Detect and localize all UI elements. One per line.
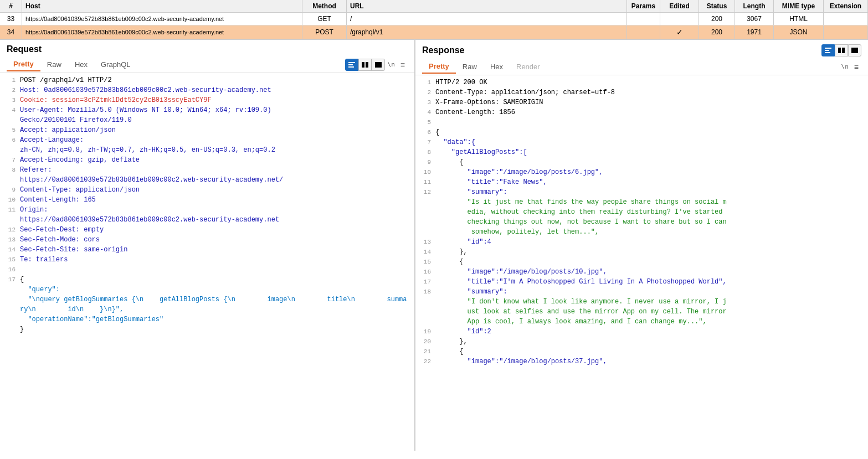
split-view-button[interactable] xyxy=(358,59,372,71)
request-code-area[interactable]: 1POST /graphql/v1 HTTP/22Host: 0ad800610… xyxy=(0,73,414,451)
line-number: 17 xyxy=(415,277,435,287)
col-ext: Extension xyxy=(824,0,868,12)
cell-method: POST xyxy=(302,25,347,39)
response-pane-header: Response xyxy=(415,40,868,59)
tab-raw-response[interactable]: Raw xyxy=(456,60,484,73)
line-content: } xyxy=(20,324,414,334)
line-number: 13 xyxy=(0,235,20,245)
cell-params xyxy=(627,25,660,39)
svg-rect-11 xyxy=(851,48,858,53)
line-content: "operationName":"getBlogSummaries" xyxy=(20,314,414,324)
cell-host: https://0ad80061039e572b83b861eb009c00c2… xyxy=(22,13,302,25)
tab-render-response[interactable]: Render xyxy=(510,60,547,73)
line-content: }, xyxy=(435,247,868,257)
svg-rect-10 xyxy=(842,48,845,53)
line-content: Sec-Fetch-Site: same-origin xyxy=(20,245,414,255)
tab-pretty-request[interactable]: Pretty xyxy=(7,58,40,71)
line-content: Accept-Encoding: gzip, deflate xyxy=(20,155,414,165)
table-header: # Host Method URL Params Edited Status L… xyxy=(0,0,868,13)
line-content: Referer: https://0ad80061039e572b83b861e… xyxy=(20,165,414,185)
col-method: Method xyxy=(302,0,347,12)
line-content: { xyxy=(435,157,868,167)
code-line: 6Accept-Language: zh-CN, zh;q=0.8, zh-TW… xyxy=(0,135,414,155)
cell-length: 1971 xyxy=(735,25,774,39)
col-edited: Edited xyxy=(660,0,699,12)
table-row[interactable]: 34 https://0ad80061039e572b83b861eb009c0… xyxy=(0,25,868,39)
line-number: 14 xyxy=(0,245,20,255)
cell-status: 200 xyxy=(699,25,735,39)
code-line: 7 "data":{ xyxy=(415,137,868,147)
code-line: 8Referer: https://0ad80061039e572b83b861… xyxy=(0,165,414,185)
code-line: 17 "title":"I'm A Photoshopped Girl Livi… xyxy=(415,277,868,287)
code-line: 2Content-Type: application/json; charset… xyxy=(415,87,868,97)
code-line: 5Accept: application/json xyxy=(0,125,414,135)
svg-rect-3 xyxy=(362,62,364,68)
cell-host: https://0ad80061039e572b83b861eb009c00c2… xyxy=(22,25,302,39)
line-number: 5 xyxy=(0,125,20,135)
code-line: 1POST /graphql/v1 HTTP/2 xyxy=(0,75,414,85)
code-line: 8 "getAllBlogPosts":[ xyxy=(415,147,868,157)
line-number xyxy=(0,285,20,285)
response-code-area[interactable]: 1HTTP/2 200 OK2Content-Type: application… xyxy=(415,75,868,451)
code-line: "Is it just me that finds the way people… xyxy=(415,197,868,237)
cell-ext xyxy=(824,13,868,25)
line-content: "summary": xyxy=(435,187,868,197)
tab-raw-request[interactable]: Raw xyxy=(40,58,68,71)
code-line: 19 "id":2 xyxy=(415,327,868,337)
line-content: Accept: application/json xyxy=(20,125,414,135)
table-row[interactable]: 33 https://0ad80061039e572b83b861eb009c0… xyxy=(0,13,868,25)
col-url: URL xyxy=(347,0,627,12)
line-content: Accept-Language: zh-CN, zh;q=0.8, zh-TW;… xyxy=(20,135,414,155)
line-content: "\nquery getBlogSummaries {\n getAllBlog… xyxy=(20,295,414,314)
wrap-view-button[interactable] xyxy=(345,59,358,71)
code-line: "query": xyxy=(0,285,414,295)
line-content: Content-Type: application/json xyxy=(20,185,414,195)
line-number xyxy=(0,324,20,325)
line-number: 3 xyxy=(415,97,435,107)
line-content: User-Agent: Mozilla/5.0 (Windows NT 10.0… xyxy=(20,105,414,125)
code-line: 15Te: trailers xyxy=(0,255,414,265)
line-number: 9 xyxy=(0,185,20,195)
line-content: "title":"Fake News", xyxy=(435,177,868,187)
tab-pretty-response[interactable]: Pretty xyxy=(422,60,456,74)
menu-button-request[interactable]: ≡ xyxy=(398,59,408,70)
raw-view-button[interactable] xyxy=(372,59,385,71)
line-number: 15 xyxy=(415,257,435,267)
cell-length: 3067 xyxy=(735,13,774,25)
tab-hex-request[interactable]: Hex xyxy=(68,58,94,71)
newline-button-response[interactable]: \n xyxy=(839,62,851,71)
response-tabs-bar: Pretty Raw Hex Render \n ≡ xyxy=(415,59,868,75)
tab-graphql-request[interactable]: GraphQL xyxy=(94,58,137,71)
code-line: 10Content-Length: 165 xyxy=(0,195,414,205)
line-number: 6 xyxy=(0,135,20,145)
response-raw-button[interactable] xyxy=(848,44,861,56)
line-number: 15 xyxy=(0,255,20,265)
line-number: 17 xyxy=(0,275,20,285)
line-number: 10 xyxy=(415,167,435,177)
line-content: Sec-Fetch-Dest: empty xyxy=(20,225,414,235)
col-length: Length xyxy=(735,0,774,12)
response-split-button[interactable] xyxy=(835,44,848,56)
svg-rect-7 xyxy=(825,50,829,51)
menu-button-response[interactable]: ≡ xyxy=(851,61,861,73)
newline-button-request[interactable]: \n xyxy=(385,60,398,69)
code-line: 20 }, xyxy=(415,337,868,347)
code-line: 4User-Agent: Mozilla/5.0 (Windows NT 10.… xyxy=(0,105,414,125)
tab-hex-response[interactable]: Hex xyxy=(484,60,510,73)
request-tabs-bar: Pretty Raw Hex GraphQL xyxy=(0,56,414,73)
code-line: 3Cookie: session=3cPZtmklDdt52cy2cB0i3ss… xyxy=(0,95,414,105)
code-line: 4Content-Length: 1856 xyxy=(415,107,868,117)
col-params: Params xyxy=(627,0,660,12)
line-content: X-Frame-Options: SAMEORIGIN xyxy=(435,97,868,107)
line-number: 4 xyxy=(0,105,20,115)
line-number: 2 xyxy=(0,85,20,95)
svg-rect-9 xyxy=(838,48,841,53)
cell-num: 33 xyxy=(0,13,22,25)
line-number: 14 xyxy=(415,247,435,257)
cell-params xyxy=(627,13,660,25)
code-line: "\nquery getBlogSummaries {\n getAllBlog… xyxy=(0,295,414,314)
code-line: 13 "id":4 xyxy=(415,237,868,247)
response-wrap-button[interactable] xyxy=(821,44,835,56)
line-number: 18 xyxy=(415,287,435,297)
line-number: 11 xyxy=(0,205,20,215)
